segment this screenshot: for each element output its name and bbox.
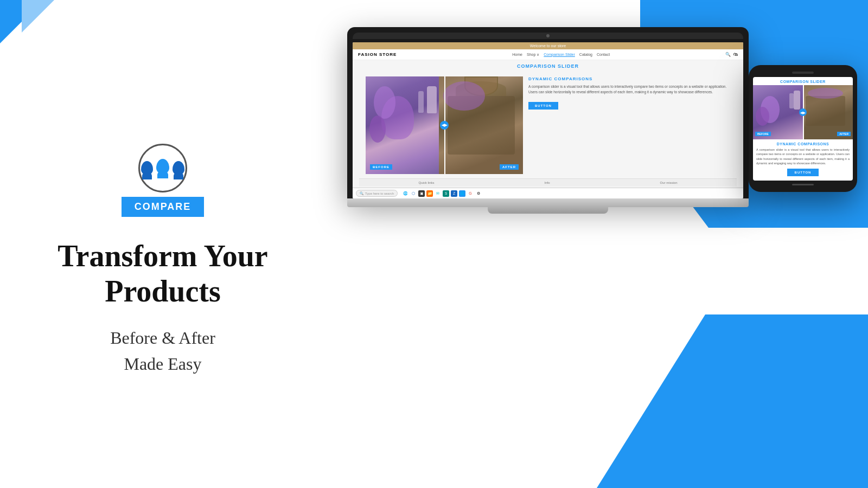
figure-right xyxy=(173,161,184,175)
mobile-comparison-title: COMPARISON SLIDER xyxy=(753,77,853,85)
site-button[interactable]: BUTTON xyxy=(528,102,558,110)
laptop-base xyxy=(347,198,749,207)
mobile-before-label: BEFORE xyxy=(755,132,771,136)
taskbar-icon-1: 🌐 xyxy=(402,190,409,197)
cart-icon: 🛍 xyxy=(733,52,738,57)
dynamic-text: A comparison slider is a visual tool tha… xyxy=(528,84,730,95)
dynamic-title: DYNAMIC COMPARISONS xyxy=(528,76,730,81)
before-label: BEFORE xyxy=(370,164,392,170)
mobile-dynamic-title: DYNAMIC COMPARISONS xyxy=(753,139,853,147)
taskbar-icon-gear: ⚙ xyxy=(475,190,482,197)
site-footer: Quick links Info Our mission xyxy=(359,178,737,187)
mobile-comp-image: ◀▶ BEFORE AFTER xyxy=(753,85,853,139)
site-brand: FASION STORE xyxy=(358,52,397,57)
after-image xyxy=(439,76,523,174)
taskbar: 🔍 Type here to search 🌐 ⬡ ▣ 📁 ✉ S Z 🌐 G … xyxy=(353,188,743,198)
mobile-after-image xyxy=(803,85,853,139)
mobile-mockup: COMPARISON SLIDER ◀▶ BEFORE xyxy=(749,65,857,192)
mobile-screen: COMPARISON SLIDER ◀▶ BEFORE xyxy=(753,77,853,181)
laptop-camera-bar xyxy=(353,33,743,39)
mobile-before-image xyxy=(753,85,803,139)
site-main: ◀▶ BEFORE AFTER DYNAMIC COMPARISONS A co… xyxy=(359,72,737,178)
site-nav-links: Home Shop ∨ Comparison Slider Catalog Co… xyxy=(512,53,610,57)
logo-figures xyxy=(141,161,184,175)
hero-title: Transform Your Products xyxy=(58,239,267,309)
taskbar-icon-2: ⬡ xyxy=(410,190,417,197)
taskbar-icon-4: 📁 xyxy=(426,190,433,197)
before-image xyxy=(366,76,444,174)
left-panel: COMPARE Transform Your Products Before &… xyxy=(0,0,326,488)
laptop-stand xyxy=(488,207,608,214)
taskbar-icon-3: ▣ xyxy=(418,190,425,197)
mobile-slider-handle[interactable]: ◀▶ xyxy=(799,108,807,116)
taskbar-icon-9: G xyxy=(467,190,474,197)
logo-circle xyxy=(138,144,187,192)
mobile-after-label: AFTER xyxy=(837,132,851,136)
taskbar-icons: 🌐 ⬡ ▣ 📁 ✉ S Z 🌐 G ⚙ xyxy=(402,190,482,197)
logo-area: COMPARE xyxy=(122,144,205,217)
logo-badge: COMPARE xyxy=(122,197,205,217)
search-icon: 🔍 xyxy=(725,52,731,57)
figure-center xyxy=(156,159,169,174)
site-nav-icons: 🔍 🛍 xyxy=(725,52,738,57)
taskbar-icon-5: ✉ xyxy=(435,190,441,197)
mobile-speaker xyxy=(792,72,814,74)
site-topbar: Welcome to our store xyxy=(353,42,743,49)
comparison-image-area: ◀▶ BEFORE AFTER xyxy=(366,76,523,174)
taskbar-icon-7: Z xyxy=(451,190,457,197)
mobile-dynamic-text: A comparison slider is a visual tool tha… xyxy=(753,147,853,165)
figure-left xyxy=(141,161,153,175)
laptop-screen-outer: Welcome to our store FASION STORE Home S… xyxy=(347,27,749,198)
site-content-right: DYNAMIC COMPARISONS A comparison slider … xyxy=(528,76,730,174)
site-nav: FASION STORE Home Shop ∨ Comparison Slid… xyxy=(353,49,743,60)
site-comparison-title: COMPARISON SLIDER xyxy=(359,63,737,69)
search-icon: 🔍 xyxy=(360,191,363,195)
mobile-device: COMPARISON SLIDER ◀▶ BEFORE xyxy=(749,65,857,192)
laptop-mockup: Welcome to our store FASION STORE Home S… xyxy=(347,27,749,214)
mobile-home-indicator xyxy=(792,184,814,185)
taskbar-icon-6: S xyxy=(443,190,449,197)
mobile-button[interactable]: BUTTON xyxy=(787,169,819,176)
taskbar-search[interactable]: 🔍 Type here to search xyxy=(356,190,398,197)
laptop-camera xyxy=(546,34,550,37)
laptop-screen: Welcome to our store FASION STORE Home S… xyxy=(353,42,743,198)
right-panel: Welcome to our store FASION STORE Home S… xyxy=(326,0,868,488)
hero-subtitle: Before & After Made Easy xyxy=(110,325,215,377)
after-label: AFTER xyxy=(500,164,519,170)
taskbar-icon-8: 🌐 xyxy=(459,190,465,197)
slider-handle[interactable]: ◀▶ xyxy=(440,121,449,130)
